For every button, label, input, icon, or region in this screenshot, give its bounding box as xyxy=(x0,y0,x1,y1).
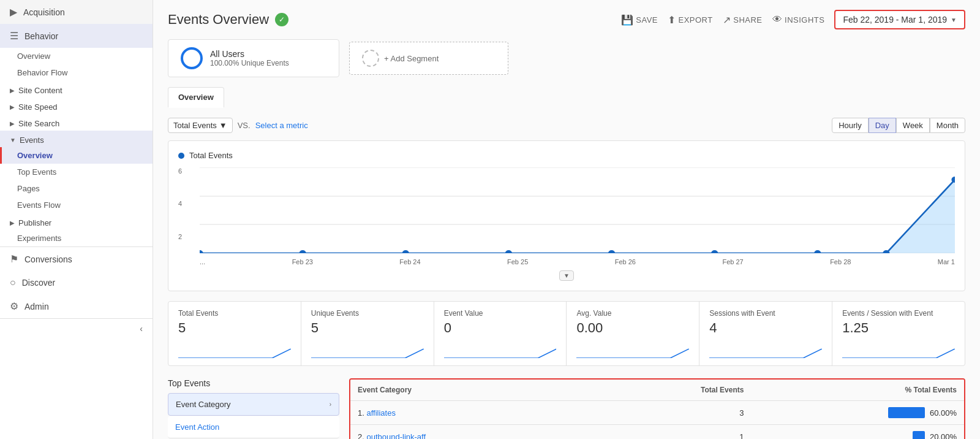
table-cell-percent: 60.00% xyxy=(751,401,964,425)
chart-body xyxy=(200,167,955,253)
site-content-arrow-icon: ▶ xyxy=(10,87,15,94)
top-events-list-item[interactable]: Event Action xyxy=(168,416,339,438)
stat-card: Sessions with Event 4 xyxy=(699,302,832,365)
sidebar-section-site-speed[interactable]: ▶ Site Speed xyxy=(0,97,153,114)
share-icon: ↗ xyxy=(723,14,731,26)
month-button[interactable]: Month xyxy=(930,118,965,133)
save-button[interactable]: 💾 SAVE xyxy=(621,14,658,26)
chart-legend: Total Events xyxy=(178,151,955,160)
table-cell-rank-category: 2. outbound-link-aff xyxy=(350,425,603,440)
stat-label: Unique Events xyxy=(311,309,424,318)
tab-overview[interactable]: Overview xyxy=(168,87,224,108)
stat-mini-chart xyxy=(178,340,291,358)
sidebar-subsection-pages[interactable]: Pages xyxy=(0,180,153,197)
stat-label: Sessions with Event xyxy=(709,309,822,318)
bottom-section: Top Events Event Category›Event ActionEv… xyxy=(168,378,965,439)
conversions-icon: ⚑ xyxy=(10,253,18,265)
share-button[interactable]: ↗ SHARE xyxy=(723,14,763,26)
sidebar: ▶ Acquisition ☰ Behavior Overview Behavi… xyxy=(0,0,153,439)
time-buttons: Hourly Day Week Month xyxy=(832,118,965,133)
sidebar-item-behavior-label: Behavior xyxy=(24,31,58,41)
stat-value: 0 xyxy=(444,320,557,336)
acquisition-icon: ▶ xyxy=(10,6,17,18)
stat-card: Unique Events 5 xyxy=(301,302,434,365)
add-segment-button[interactable]: + Add Segment xyxy=(349,42,508,75)
table-cell-total: 3 xyxy=(603,401,751,425)
chart-scroll-button[interactable]: ▼ xyxy=(559,270,574,281)
stat-value: 5 xyxy=(178,320,291,336)
sidebar-section-publisher[interactable]: ▶ Publisher xyxy=(0,213,153,230)
chart-svg xyxy=(200,167,955,253)
table-row: 2. outbound-link-aff 1 20.00% xyxy=(350,425,964,440)
svg-point-5 xyxy=(200,250,203,253)
table-cell-rank-category: 1. affiliates xyxy=(350,401,603,425)
sidebar-subsection-behavior-flow[interactable]: Behavior Flow xyxy=(0,64,153,81)
sidebar-subsection-overview[interactable]: Overview xyxy=(0,48,153,64)
hourly-button[interactable]: Hourly xyxy=(832,118,869,133)
top-events-title: Top Events xyxy=(168,378,339,388)
main-content: Events Overview ✓ 💾 SAVE ⬆ EXPORT ↗ SHAR… xyxy=(153,0,980,439)
top-events-list: Event Category›Event ActionEvent Label xyxy=(168,393,339,439)
status-icon: ✓ xyxy=(275,13,288,26)
stat-mini-chart xyxy=(576,340,689,358)
top-events-list-item[interactable]: Event Category› xyxy=(168,393,339,416)
metric-dropdown[interactable]: Total Events ▼ xyxy=(168,118,233,133)
events-table: Event Category Total Events % Total Even… xyxy=(350,380,964,439)
category-link[interactable]: affiliates xyxy=(366,408,395,418)
sidebar-item-discover[interactable]: ○ Discover xyxy=(0,271,153,294)
stat-value: 5 xyxy=(311,320,424,336)
stat-label: Avg. Value xyxy=(576,309,689,318)
day-button[interactable]: Day xyxy=(869,118,896,133)
legend-dot xyxy=(178,153,184,159)
stat-mini-chart xyxy=(311,340,424,358)
svg-point-10 xyxy=(711,250,718,253)
header-actions: 💾 SAVE ⬆ EXPORT ↗ SHARE 👁 INSIGHTS Feb 2… xyxy=(621,10,965,29)
sidebar-section-site-content[interactable]: ▶ Site Content xyxy=(0,81,153,97)
svg-point-9 xyxy=(608,250,615,253)
chart-canvas: 6 4 2 xyxy=(178,167,955,265)
behavior-icon: ☰ xyxy=(10,30,18,42)
sidebar-item-admin[interactable]: ⚙ Admin xyxy=(0,294,153,318)
svg-marker-4 xyxy=(200,180,955,253)
table-row: 1. affiliates 3 60.00% xyxy=(350,401,964,425)
stat-value: 1.25 xyxy=(842,320,955,336)
bar xyxy=(888,407,925,418)
stat-card: Events / Session with Event 1.25 xyxy=(832,302,965,365)
sidebar-item-behavior[interactable]: ☰ Behavior xyxy=(0,24,153,48)
date-range-picker[interactable]: Feb 22, 2019 - Mar 1, 2019 ▼ xyxy=(834,10,965,29)
sidebar-item-acquisition[interactable]: ▶ Acquisition xyxy=(0,0,153,24)
sidebar-section-site-search[interactable]: ▶ Site Search xyxy=(0,114,153,131)
col-total-events: Total Events xyxy=(603,380,751,401)
segment-sub: 100.00% Unique Events xyxy=(210,59,289,67)
stat-card: Total Events 5 xyxy=(168,302,301,365)
sidebar-subsection-top-events[interactable]: Top Events xyxy=(0,164,153,180)
col-event-category: Event Category xyxy=(350,380,603,401)
stat-card: Avg. Value 0.00 xyxy=(567,302,699,365)
chart-scroll-area: ▼ xyxy=(178,270,955,281)
sidebar-item-conversions[interactable]: ⚑ Conversions xyxy=(0,247,153,271)
chevron-right-icon: › xyxy=(330,401,331,408)
page-title: Events Overview xyxy=(168,12,269,28)
svg-point-6 xyxy=(300,250,306,253)
week-button[interactable]: Week xyxy=(896,118,930,133)
category-link[interactable]: outbound-link-aff xyxy=(366,432,426,440)
date-range-chevron-icon: ▼ xyxy=(951,17,957,23)
sidebar-section-events[interactable]: ▼ Events xyxy=(0,131,153,147)
sidebar-subsection-events-overview[interactable]: Overview xyxy=(0,147,153,164)
sidebar-subsection-events-flow[interactable]: Events Flow xyxy=(0,197,153,213)
stat-card: Event Value 0 xyxy=(434,302,567,365)
insights-button[interactable]: 👁 INSIGHTS xyxy=(772,14,825,25)
save-icon: 💾 xyxy=(621,14,634,26)
sidebar-subsection-experiments[interactable]: Experiments xyxy=(0,230,153,246)
export-button[interactable]: ⬆ EXPORT xyxy=(668,14,713,26)
page-header: Events Overview ✓ 💾 SAVE ⬆ EXPORT ↗ SHAR… xyxy=(168,10,965,29)
chart-controls: Total Events ▼ VS. Select a metric Hourl… xyxy=(168,118,965,133)
top-events-panel: Top Events Event Category›Event ActionEv… xyxy=(168,378,339,439)
sidebar-collapse-button[interactable]: ‹ xyxy=(140,324,143,334)
metric-selector: Total Events ▼ VS. Select a metric xyxy=(168,118,308,133)
chart-area: Total Events 6 4 2 xyxy=(168,140,965,291)
select-metric-link[interactable]: Select a metric xyxy=(255,121,308,130)
chart-x-labels: ... Feb 23 Feb 24 Feb 25 Feb 26 Feb 27 F… xyxy=(200,258,955,265)
segment-card-all-users[interactable]: All Users 100.00% Unique Events xyxy=(168,39,339,77)
stat-label: Total Events xyxy=(178,309,291,318)
